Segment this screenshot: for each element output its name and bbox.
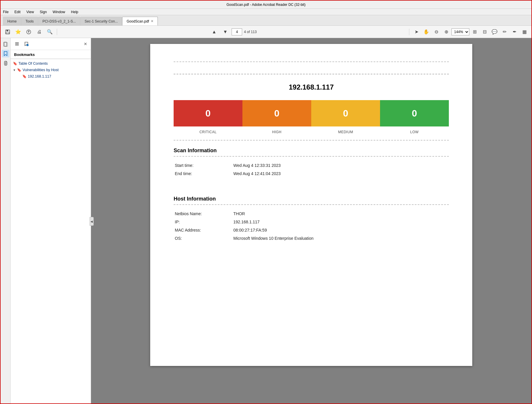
chevron-down-icon: ▼: [13, 69, 16, 72]
ip-row: IP: 192.168.1.117: [174, 218, 449, 226]
save-icon: [5, 29, 10, 35]
zoom-out-button[interactable]: ⊖: [432, 28, 441, 36]
attachments-panel-button[interactable]: [2, 59, 9, 67]
page-nav: 4 of 113: [232, 28, 256, 35]
svg-rect-8: [15, 45, 19, 45]
bookmark-tree: 🔖 Table Of Contents ▼ 🔖 Vulnerabilities …: [11, 59, 91, 404]
collapse-sidebar-handle[interactable]: ◀: [90, 217, 94, 226]
menu-help[interactable]: Help: [70, 9, 80, 15]
zoom-select[interactable]: 144% 50% 75% 100% 125% 150% 200%: [451, 28, 469, 35]
end-time-row: End time: Wed Aug 4 12:41:04 2023: [174, 170, 449, 178]
svg-rect-2: [6, 32, 9, 34]
svg-text:✓: ✓: [27, 44, 28, 46]
medium-cell: 0: [311, 100, 380, 126]
menu-edit[interactable]: Edit: [13, 9, 22, 15]
tab-tools[interactable]: Tools: [21, 17, 38, 25]
more-button[interactable]: ▦: [520, 28, 529, 36]
print-button[interactable]: 🖨: [35, 28, 44, 36]
tab-home[interactable]: Home: [3, 17, 21, 25]
end-time-label: End time:: [174, 170, 232, 178]
bookmark-toc[interactable]: 🔖 Table Of Contents: [11, 60, 91, 67]
fit-page-button[interactable]: ⊞: [470, 28, 479, 36]
title-bar-text: GoodScan.pdf - Adobe Acrobat Reader DC (…: [3, 3, 529, 7]
os-label: OS:: [174, 234, 232, 242]
main-area: ✓ ✕ Bookmarks 🔖 Table Of Contents ▼ 🔖 Vu…: [1, 38, 531, 404]
page-total: 4 of 113: [244, 30, 256, 34]
low-cell: 0: [380, 100, 449, 126]
mid-divider-1: [174, 140, 449, 141]
spacer-1: [174, 180, 449, 189]
bookmarks-icon: [3, 51, 8, 56]
scan-info-divider: [174, 156, 449, 157]
severity-labels: CRITICAL HIGH MEDIUM LOW: [174, 129, 449, 134]
save-button[interactable]: [3, 28, 12, 36]
menu-view[interactable]: View: [25, 9, 35, 15]
separator-2: [409, 29, 409, 35]
scan-info-table: Start time: Wed Aug 4 12:33:31 2023 End …: [174, 161, 449, 178]
critical-label: CRITICAL: [174, 129, 242, 134]
bookmark-vuln-by-host[interactable]: ▼ 🔖 Vulnerabilities by Host: [11, 67, 91, 73]
upload-icon: [26, 29, 31, 35]
bookmarks-panel-button[interactable]: [2, 50, 9, 57]
high-cell: 0: [242, 100, 311, 126]
scan-info-title: Scan Information: [174, 148, 449, 154]
start-time-label: Start time:: [174, 161, 232, 170]
critical-cell: 0: [174, 100, 242, 126]
sidebar: ✓ ✕ Bookmarks 🔖 Table Of Contents ▼ 🔖 Vu…: [11, 38, 91, 404]
netbios-value: THOR: [232, 210, 449, 218]
bookmark-filter-icon: ✓: [24, 42, 29, 46]
fit-width-button[interactable]: ⊟: [480, 28, 489, 36]
cursor-tool-button[interactable]: ➤: [412, 28, 421, 36]
tab-goodscan[interactable]: GoodScan.pdf ✕: [122, 17, 158, 25]
pdf-page: 192.168.1.117 0 0 0 0 CRITICAL HIGH: [150, 44, 472, 366]
pages-icon: [3, 42, 8, 47]
svg-rect-5: [5, 42, 8, 47]
sidebar-close-button[interactable]: ✕: [83, 41, 88, 47]
menu-sign[interactable]: Sign: [39, 9, 48, 15]
ip-value: 192.168.1.117: [232, 218, 449, 226]
host-info-title: Host Information: [174, 196, 449, 202]
pen-button[interactable]: ✏: [500, 28, 509, 36]
menu-file[interactable]: File: [2, 9, 10, 15]
sidebar-tabs: ✓ ✕: [11, 38, 91, 50]
svg-rect-6: [15, 42, 19, 43]
pages-panel-button[interactable]: [2, 40, 9, 48]
list-view-icon: [15, 42, 19, 46]
title-bar: GoodScan.pdf - Adobe Acrobat Reader DC (…: [1, 1, 531, 9]
severity-bar: 0 0 0 0: [174, 100, 449, 126]
separator-1: [57, 29, 57, 35]
menu-window[interactable]: Window: [52, 9, 66, 15]
next-page-button[interactable]: ▼: [220, 28, 230, 36]
menu-bar: File Edit View Sign Window Help: [1, 9, 531, 15]
sidebar-bookmark-filter-button[interactable]: ✓: [22, 40, 30, 48]
bookmark-ip[interactable]: 🔖 192.168.1.117: [11, 73, 91, 80]
upload-button[interactable]: [24, 28, 33, 36]
os-value: Microsoft Windows 10 Enterprise Evaluati…: [232, 234, 449, 242]
svg-rect-1: [6, 30, 8, 31]
left-icon-strip: [1, 38, 11, 404]
comment-button[interactable]: 💬: [490, 28, 499, 36]
page-number-input[interactable]: [232, 28, 242, 35]
mac-label: MAC Address:: [174, 226, 232, 234]
sidebar-list-view-button[interactable]: [13, 40, 21, 48]
ip-label: IP:: [174, 218, 232, 226]
start-time-row: Start time: Wed Aug 4 12:33:31 2023: [174, 161, 449, 170]
find-button[interactable]: 🔍: [45, 28, 54, 36]
bookmark-icon-toc: 🔖: [13, 61, 17, 66]
bookmark-button[interactable]: ⭐: [13, 28, 23, 36]
sign-button[interactable]: ✒: [510, 28, 519, 36]
prev-page-button[interactable]: ▲: [209, 28, 219, 36]
tab-sec1[interactable]: Sec-1 Security Con...: [80, 17, 122, 25]
mac-value: 08:00:27:17:FA:59: [232, 226, 449, 234]
svg-rect-7: [15, 44, 19, 44]
pdf-viewer[interactable]: 192.168.1.117 0 0 0 0 CRITICAL HIGH: [91, 38, 531, 404]
host-info-table: Netbios Name: THOR IP: 192.168.1.117 MAC…: [174, 210, 449, 242]
hand-tool-button[interactable]: ✋: [422, 28, 431, 36]
tab-pci[interactable]: PCI-DSS-v3_2_1-S...: [38, 17, 80, 25]
high-label: HIGH: [242, 129, 311, 134]
netbios-label: Netbios Name:: [174, 210, 232, 218]
tab-close-icon[interactable]: ✕: [151, 19, 153, 23]
page-navigation: ▲ ▼ 4 of 113: [59, 28, 407, 36]
zoom-in-button[interactable]: ⊕: [442, 28, 451, 36]
medium-label: MEDIUM: [311, 129, 380, 134]
